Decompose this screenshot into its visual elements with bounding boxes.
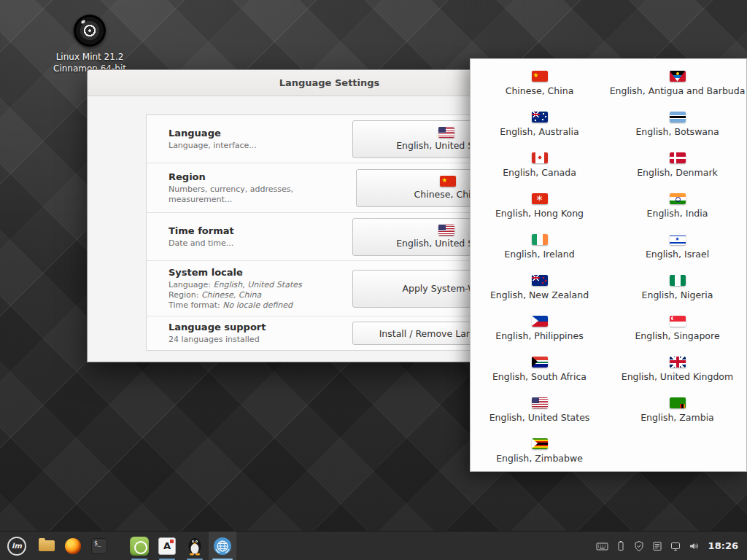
disc-icon <box>74 15 106 47</box>
ag-flag-icon <box>670 71 686 82</box>
setting-desc-time-format: Date and time... <box>169 238 234 249</box>
language-option-label: English, Singapore <box>635 330 719 341</box>
locale-region-value: Chinese, China <box>201 290 261 300</box>
terminal-launcher[interactable]: $_ <box>86 532 112 560</box>
bw-flag-icon <box>670 112 686 122</box>
system-locale-time-line: Time format: No locale defined <box>169 300 302 311</box>
us-flag-icon <box>438 225 454 236</box>
keyboard-icon[interactable] <box>596 540 608 552</box>
mint-logo-icon: lm <box>7 537 26 556</box>
volume-icon[interactable] <box>688 540 700 552</box>
setting-desc-language: Language, interface... <box>169 141 257 151</box>
language-option[interactable]: English, Zambia <box>608 389 746 430</box>
cn-flag-icon <box>440 176 456 187</box>
language-option-label: English, Philippines <box>495 330 583 341</box>
zm-flag-icon <box>670 397 686 408</box>
input-method-glyph: A <box>163 540 171 551</box>
language-option[interactable]: English, Hong Kong <box>471 185 608 226</box>
language-option-label: English, Denmark <box>637 167 718 178</box>
language-option-label: English, Canada <box>503 167 576 178</box>
language-option-label: English, India <box>647 208 708 219</box>
setting-title-language: Language <box>169 128 257 139</box>
language-option[interactable]: English, Canada <box>471 144 608 185</box>
language-popup-grid: Chinese, ChinaEnglish, Antigua and Barbu… <box>471 59 746 471</box>
globe-icon <box>213 537 232 556</box>
folder-icon <box>39 540 55 551</box>
battery-icon[interactable] <box>615 540 627 552</box>
language-option-label: English, New Zealand <box>490 289 589 300</box>
language-option[interactable]: English, Australia <box>471 104 608 144</box>
language-option[interactable]: English, Israel <box>608 226 746 267</box>
language-option[interactable]: English, Zimbabwe <box>471 430 608 471</box>
language-option-label: English, Zambia <box>640 412 714 423</box>
language-option-label: English, United Kingdom <box>622 371 733 382</box>
clock[interactable]: 18:26 <box>708 540 738 551</box>
language-option-label: English, Australia <box>500 126 578 137</box>
language-option[interactable]: English, Antigua and Barbuda <box>608 63 746 104</box>
us-flag-icon <box>438 127 454 138</box>
language-option-label: English, Botswana <box>635 126 719 137</box>
language-option-label: English, Antigua and Barbuda <box>610 85 746 96</box>
language-option-label: English, Nigeria <box>642 289 713 300</box>
language-option[interactable]: English, Singapore <box>608 308 746 349</box>
au-flag-icon <box>532 112 548 122</box>
language-option[interactable]: English, South Africa <box>471 349 608 389</box>
locale-time-value: No locale defined <box>222 300 293 310</box>
files-launcher[interactable] <box>34 532 60 560</box>
firefox-launcher[interactable] <box>60 532 86 560</box>
language-option-label: English, Zimbabwe <box>496 453 583 464</box>
language-option[interactable]: English, India <box>608 185 746 226</box>
za-flag-icon <box>532 357 548 368</box>
penguin-icon <box>187 536 203 556</box>
setting-desc-region: Numbers, currency, addresses, measuremen… <box>169 184 356 205</box>
input-method-icon: A <box>158 537 176 555</box>
language-option[interactable]: English, Nigeria <box>608 267 746 308</box>
setting-title-region: Region <box>169 171 356 182</box>
system-tray <box>596 540 700 552</box>
language-option-label: English, United States <box>489 412 590 423</box>
window-title: Language Settings <box>279 77 380 88</box>
language-option[interactable]: English, United States <box>471 389 608 430</box>
taskbar-app-input-method[interactable]: A <box>153 532 181 560</box>
taskbar-app-software-manager[interactable] <box>125 532 153 560</box>
setting-title-language-support: Language support <box>169 322 266 332</box>
taskbar-app-tux[interactable] <box>181 532 209 560</box>
ca-flag-icon <box>532 152 548 163</box>
us-flag-icon <box>532 397 548 408</box>
sg-flag-icon <box>670 316 686 327</box>
system-locale-language-line: Language: English, United States <box>169 280 302 290</box>
language-option[interactable]: English, Botswana <box>608 104 746 144</box>
ie-flag-icon <box>532 234 548 245</box>
language-dropdown-popup: Chinese, ChinaEnglish, Antigua and Barbu… <box>470 58 747 472</box>
language-option[interactable]: English, United Kingdom <box>608 349 746 389</box>
in-flag-icon <box>670 193 686 204</box>
language-option[interactable]: English, Denmark <box>608 144 746 185</box>
taskbar-running-apps: A <box>125 532 236 560</box>
clipboard-icon[interactable] <box>651 540 663 552</box>
ng-flag-icon <box>670 275 686 286</box>
software-manager-icon <box>130 537 149 556</box>
display-network-icon[interactable] <box>670 540 681 552</box>
language-option[interactable]: English, Ireland <box>471 226 608 267</box>
dk-flag-icon <box>670 152 686 163</box>
desktop-icon-label-line1: Linux Mint 21.2 <box>46 51 133 63</box>
language-option-label: English, Israel <box>646 249 709 260</box>
language-option[interactable]: English, Philippines <box>471 308 608 349</box>
shield-icon[interactable] <box>633 540 645 552</box>
nz-flag-icon <box>532 275 548 286</box>
il-flag-icon <box>670 234 686 245</box>
language-option[interactable]: English, New Zealand <box>471 267 608 308</box>
locale-language-value: English, United States <box>214 280 302 289</box>
language-option[interactable]: Chinese, China <box>471 63 608 104</box>
taskbar-app-language-settings[interactable] <box>209 532 236 560</box>
setting-title-system-locale: System locale <box>169 267 302 278</box>
gb-flag-icon <box>670 357 686 368</box>
menu-button[interactable]: lm <box>0 532 34 560</box>
zw-flag-icon <box>532 438 548 449</box>
language-option-label: Chinese, China <box>506 85 574 96</box>
system-locale-region-line: Region: Chinese, China <box>169 290 302 300</box>
firefox-icon <box>65 538 81 554</box>
desktop-icon-linux-mint-iso[interactable]: Linux Mint 21.2 Cinnamon 64-bit <box>46 15 133 74</box>
taskbar: lm $_ A <box>0 531 747 560</box>
language-option-label: English, South Africa <box>492 371 587 382</box>
